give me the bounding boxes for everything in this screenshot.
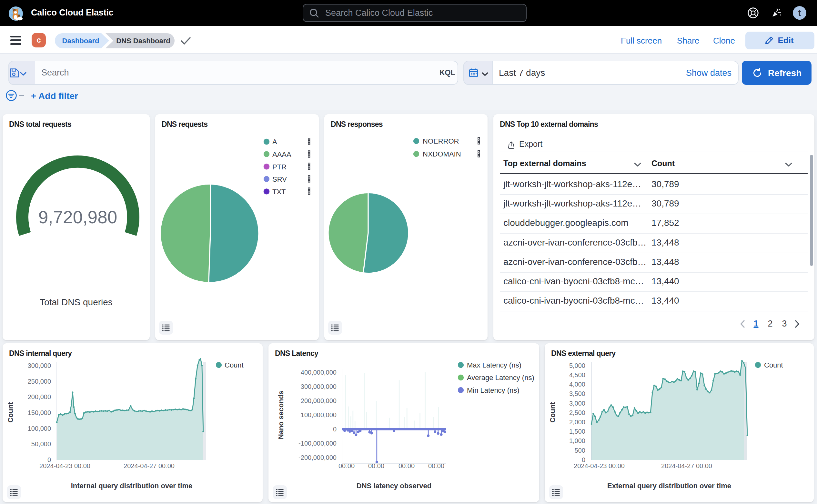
svg-text:2024-04-27 00:00: 2024-04-27 00:00 — [661, 462, 712, 469]
svg-text:00:00: 00:00 — [338, 462, 355, 469]
svg-text:00:00: 00:00 — [368, 462, 384, 469]
svg-text:100,000: 100,000 — [28, 425, 51, 432]
svg-text:3,000: 3,000 — [569, 400, 585, 407]
svg-text:2,000: 2,000 — [569, 418, 585, 426]
svg-text:200,000,000: 200,000,000 — [301, 397, 337, 404]
svg-text:SRV: SRV — [272, 175, 287, 183]
svg-text:AAAA: AAAA — [272, 150, 291, 158]
svg-text:300,000,000: 300,000,000 — [301, 383, 337, 390]
svg-text:4,500: 4,500 — [569, 371, 585, 378]
svg-text:Count: Count — [764, 361, 783, 369]
svg-text:DNS latency observed: DNS latency observed — [357, 482, 431, 490]
svg-text:1,000: 1,000 — [569, 437, 585, 444]
svg-text:2024-04-23 00:00: 2024-04-23 00:00 — [574, 462, 625, 469]
svg-text:DNS Dashboard: DNS Dashboard — [116, 37, 170, 45]
svg-text:Nano seconds: Nano seconds — [277, 391, 285, 439]
svg-text:Average Latency (ns): Average Latency (ns) — [467, 374, 534, 382]
svg-text:2,500: 2,500 — [569, 409, 585, 416]
svg-text:4,000: 4,000 — [569, 381, 585, 388]
svg-text:Internal query distribution ov: Internal query distribution over time — [71, 482, 193, 490]
svg-text:Count: Count — [6, 402, 15, 423]
svg-text:9,720,980: 9,720,980 — [38, 207, 117, 227]
svg-text:NXDOMAIN: NXDOMAIN — [423, 150, 461, 158]
svg-text:0: 0 — [333, 426, 337, 433]
svg-text:400,000,000: 400,000,000 — [301, 369, 337, 376]
svg-text:External query distribution ov: External query distribution over time — [607, 482, 731, 490]
svg-text:00:00: 00:00 — [428, 462, 444, 469]
svg-text:A: A — [272, 138, 277, 146]
svg-text:200,000: 200,000 — [28, 393, 51, 400]
svg-text:3,500: 3,500 — [569, 390, 585, 397]
svg-text:Dashboard: Dashboard — [62, 37, 99, 45]
svg-text:250,000: 250,000 — [28, 378, 51, 385]
svg-text:500: 500 — [575, 447, 585, 454]
svg-text:NOERROR: NOERROR — [423, 137, 459, 145]
svg-text:300,000: 300,000 — [28, 362, 51, 369]
svg-text:Min Latency (ns): Min Latency (ns) — [467, 386, 519, 394]
svg-text:Count: Count — [549, 402, 557, 423]
svg-text:100,000,000: 100,000,000 — [301, 411, 337, 418]
svg-text:2024-04-27 00:00: 2024-04-27 00:00 — [124, 462, 175, 469]
svg-text:5,000: 5,000 — [569, 362, 585, 369]
svg-text:TXT: TXT — [272, 188, 286, 196]
svg-text:-100,000,000: -100,000,000 — [298, 440, 337, 447]
svg-text:PTR: PTR — [272, 163, 287, 171]
svg-text:150,000: 150,000 — [28, 409, 51, 416]
svg-text:00:00: 00:00 — [398, 462, 415, 469]
svg-text:Max Latency (ns): Max Latency (ns) — [467, 361, 521, 369]
svg-text:2024-04-23 00:00: 2024-04-23 00:00 — [39, 462, 90, 469]
svg-text:50,000: 50,000 — [31, 440, 51, 448]
svg-text:1,500: 1,500 — [569, 428, 585, 435]
svg-text:-200,000,000: -200,000,000 — [298, 454, 337, 461]
svg-text:Total DNS queries: Total DNS queries — [40, 297, 113, 307]
svg-text:Count: Count — [225, 361, 244, 369]
